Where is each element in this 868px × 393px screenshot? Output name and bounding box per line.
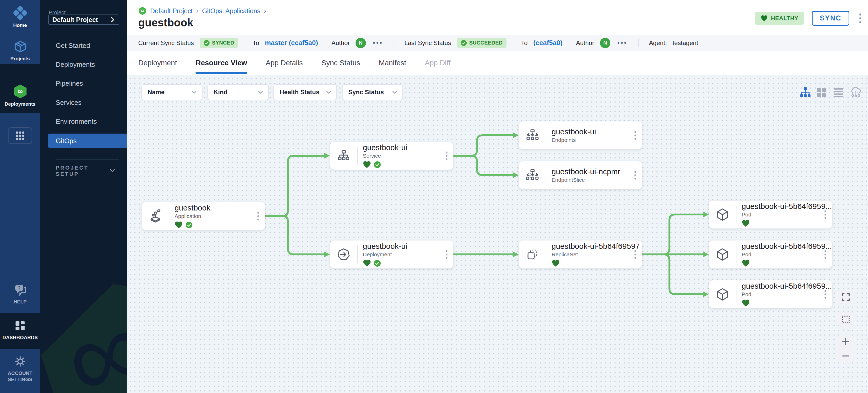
breadcrumb-link-default-project[interactable]: Default Project — [150, 7, 193, 15]
healthy-heart-icon — [363, 161, 371, 168]
project-setup-toggle[interactable]: PROJECT SETUP — [56, 165, 115, 177]
node-service-guestbook-ui[interactable]: guestbook-ui Service — [330, 142, 454, 170]
project-selector[interactable]: Default Project — [48, 14, 119, 25]
sidebar-item-get-started[interactable]: Get Started — [40, 38, 127, 53]
rail-item-label: Deployments — [5, 101, 35, 107]
node-application-guestbook[interactable]: guestbook Application — [142, 202, 265, 230]
node-menu-kebab[interactable] — [633, 249, 638, 260]
node-menu-kebab[interactable] — [256, 210, 261, 222]
tab-deployment[interactable]: Deployment — [138, 51, 177, 75]
node-title: guestbook-ui-5b64f6959... — [742, 202, 832, 210]
chevron-right-icon — [111, 17, 115, 23]
heart-icon — [761, 15, 768, 22]
node-menu-kebab[interactable] — [633, 169, 638, 181]
sync-button[interactable]: SYNC — [812, 11, 849, 26]
rail-item-home[interactable]: Home — [0, 6, 40, 29]
view-toggle-tree[interactable] — [799, 86, 811, 99]
to-label: To — [521, 39, 527, 46]
gear-icon — [14, 355, 26, 368]
node-replicaset-guestbook-ui-5b64f69597[interactable]: guestbook-ui-5b64f69597 ReplicaSet — [519, 240, 642, 268]
tab-resource-view[interactable]: Resource View — [195, 51, 247, 75]
author-avatar[interactable]: N — [600, 38, 610, 48]
deployment-icon — [337, 248, 351, 261]
harness-home-icon — [13, 6, 27, 20]
node-endpoints-guestbook-ui[interactable]: guestbook-ui Endpoints — [519, 121, 642, 150]
resource-tree-canvas[interactable]: Name Kind Health Status Sync Status — [127, 75, 868, 393]
last-sync-label: Last Sync Status — [404, 39, 451, 46]
rail-item-projects[interactable]: Projects — [0, 40, 40, 62]
selection-zoom-button[interactable] — [838, 312, 854, 327]
rail-item-label: Projects — [10, 56, 30, 62]
chevron-down-icon — [258, 91, 263, 94]
chevron-down-icon — [192, 91, 197, 94]
last-revision-link[interactable]: (ceaf5a0) — [533, 39, 562, 47]
sidebar-item-services[interactable]: Services — [40, 95, 127, 110]
node-menu-kebab[interactable] — [444, 150, 449, 162]
gitops-breadcrumb-icon: ∞ — [138, 7, 147, 15]
node-kind: EndpointSlice — [552, 177, 642, 183]
filter-kind-dropdown[interactable]: Kind — [208, 84, 269, 100]
zoom-out-button[interactable] — [838, 349, 854, 363]
filter-sync-status-dropdown[interactable]: Sync Status — [342, 84, 403, 100]
rail-item-deployments[interactable]: ∞ Deployments — [0, 85, 40, 107]
node-endpointslice-guestbook-ui-ncpmr[interactable]: guestbook-ui-ncpmr EndpointSlice — [519, 161, 642, 189]
view-toggle-grid[interactable] — [815, 86, 828, 99]
node-badges — [552, 259, 642, 267]
filter-health-status-dropdown[interactable]: Health Status — [274, 84, 337, 100]
node-deployment-guestbook-ui[interactable]: guestbook-ui Deployment — [330, 240, 454, 268]
sidebar-item-deployments[interactable]: Deployments — [40, 57, 127, 72]
commit-details-kebab[interactable] — [616, 40, 628, 45]
tab-manifest[interactable]: Manifest — [379, 51, 406, 75]
header-actions: HEALTHY SYNC — [755, 11, 863, 26]
node-badges — [175, 221, 265, 229]
minus-icon — [842, 352, 849, 360]
tab-sync-status[interactable]: Sync Status — [321, 51, 360, 75]
node-menu-kebab[interactable] — [633, 129, 638, 141]
view-toggle-list[interactable] — [832, 86, 845, 99]
fullscreen-icon — [841, 293, 850, 302]
filter-name-dropdown[interactable]: Name — [142, 84, 203, 100]
sidebar-item-gitops[interactable]: GitOps — [48, 134, 127, 148]
healthy-heart-icon — [175, 221, 183, 229]
current-revision-link[interactable]: master (ceaf5a0) — [265, 39, 318, 47]
rail-item-account-settings[interactable]: ACCOUNT SETTINGS — [0, 355, 40, 383]
node-pod-3[interactable]: guestbook-ui-5b64f6959... Pod — [709, 280, 832, 308]
breadcrumb-separator: › — [264, 7, 266, 15]
node-menu-kebab[interactable] — [444, 249, 449, 260]
project-setup-label: PROJECT SETUP — [56, 165, 110, 177]
filter-label: Name — [148, 89, 164, 96]
sidebar-divider — [56, 160, 119, 160]
resource-tree-edges — [127, 75, 868, 393]
svg-text:∞: ∞ — [18, 87, 23, 95]
app-menu-kebab[interactable] — [857, 12, 863, 24]
rail-item-help[interactable]: ? HELP — [0, 284, 40, 305]
chevron-down-icon — [392, 91, 397, 94]
tab-app-details[interactable]: App Details — [266, 51, 303, 75]
module-picker-button[interactable] — [8, 127, 32, 144]
sidebar-item-pipelines[interactable]: Pipelines — [40, 76, 127, 91]
rail-item-dashboards[interactable]: DASHBOARDS — [0, 320, 40, 341]
node-menu-kebab[interactable] — [823, 288, 828, 300]
app-tabs: Deployment Resource View App Details Syn… — [127, 51, 868, 75]
breadcrumb-link-gitops-applications[interactable]: GitOps: Applications — [202, 7, 260, 15]
node-pod-1[interactable]: guestbook-ui-5b64f6959... Pod — [709, 200, 832, 229]
sidebar-item-environments[interactable]: Environments — [40, 114, 127, 129]
rail-item-label: ACCOUNT SETTINGS — [5, 370, 36, 383]
health-status-label: HEALTHY — [771, 15, 798, 22]
node-menu-kebab[interactable] — [823, 249, 828, 260]
author-avatar[interactable]: N — [355, 38, 366, 48]
zoom-in-button[interactable] — [838, 335, 854, 349]
last-sync-status-pill: SUCCEEDED — [457, 38, 506, 48]
module-rail: Home Projects ∞ Deployments ? HELP DASHB… — [0, 0, 40, 393]
fullscreen-button[interactable] — [838, 290, 854, 305]
rail-item-label: DASHBOARDS — [2, 334, 37, 341]
breadcrumb-separator: › — [196, 7, 198, 15]
healthy-heart-icon — [742, 220, 750, 227]
commit-details-kebab[interactable] — [372, 40, 383, 45]
agent-value: testagent — [673, 39, 698, 46]
node-title: guestbook-ui-ncpmr — [552, 167, 642, 176]
synced-check-icon — [374, 161, 381, 168]
node-menu-kebab[interactable] — [823, 209, 828, 220]
view-toggle-cluster[interactable] — [849, 86, 862, 99]
node-pod-2[interactable]: guestbook-ui-5b64f6959... Pod — [709, 240, 832, 268]
